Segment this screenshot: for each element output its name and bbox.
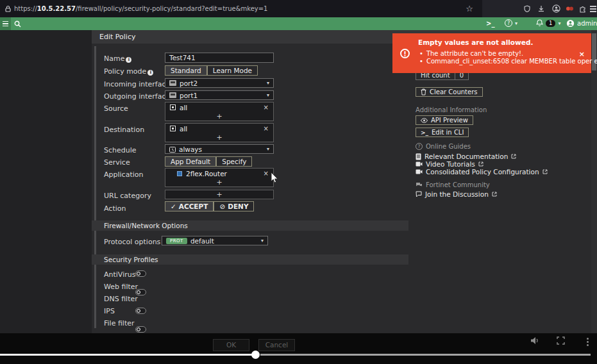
puzzle-extension-icon[interactable] [579, 5, 587, 13]
source-add-button[interactable]: + [165, 112, 273, 121]
destination-add-button[interactable]: + [165, 133, 273, 142]
video-tutorials-link[interactable]: Video Tutorials [416, 160, 483, 168]
video-camera-icon [416, 161, 423, 167]
address-bar[interactable]: https://10.5.22.57/firewall/policy/secur… [0, 0, 482, 17]
chat-bubbles-icon [416, 182, 423, 188]
nav-menu-button[interactable] [0, 17, 11, 30]
antivirus-toggle[interactable] [135, 270, 146, 277]
name-label: Namei [104, 54, 131, 63]
policy-mode-label: Policy modei [104, 67, 153, 76]
service-app-default-button[interactable]: App Default [165, 156, 216, 167]
file-filter-label: File filter [104, 319, 135, 327]
info-icon[interactable]: i [126, 57, 131, 63]
url-category-add-button[interactable]: + [165, 190, 273, 199]
help-icon: ? [505, 19, 512, 27]
schedule-label: Schedule [104, 146, 137, 154]
outgoing-interface-select[interactable]: port1 ▾ [165, 90, 274, 100]
fortinet-community-header: Fortinet Community [416, 181, 490, 188]
remove-entry-icon[interactable]: × [264, 104, 269, 111]
ok-button[interactable]: OK [213, 339, 249, 351]
consolidated-policy-configuration-link[interactable]: Consolidated Policy Configuration [416, 168, 548, 176]
external-link-icon [478, 161, 483, 167]
remove-entry-icon[interactable]: × [264, 170, 269, 177]
external-link-icon [492, 192, 497, 197]
seek-bar-played[interactable] [0, 354, 253, 356]
nav-notifications-menu[interactable]: 1 ▾ [536, 19, 560, 27]
policy-mode-learn-button[interactable]: Learn Mode [207, 65, 258, 76]
page-scrollbar-track[interactable] [591, 30, 597, 333]
nav-help-menu[interactable]: ? ▾ [505, 19, 517, 27]
nav-cli-console-button[interactable]: >_ [486, 20, 494, 27]
antivirus-label: AntiVirus [104, 270, 135, 279]
protocol-options-label: Protocol options [104, 238, 160, 246]
video-camera-icon [416, 169, 423, 174]
join-discussion-link[interactable]: Join the Discussion [416, 190, 497, 198]
policy-mode-standard-button[interactable]: Standard [165, 65, 207, 76]
panel-scrollbar[interactable] [94, 46, 96, 328]
url-text: https://10.5.22.57/firewall/policy/secur… [14, 5, 267, 12]
screen: https://10.5.22.57/firewall/policy/secur… [0, 0, 597, 364]
source-entry[interactable]: all × [165, 103, 273, 112]
footer-bar [0, 333, 597, 364]
outgoing-interface-label: Outgoing interface [104, 92, 170, 101]
incoming-interface-select[interactable]: port2 ▾ [165, 78, 274, 88]
policy-mode-segment: Standard Learn Mode [165, 65, 258, 76]
seek-handle[interactable] [251, 351, 260, 359]
browser-toolbar: https://10.5.22.57/firewall/policy/secur… [0, 0, 597, 17]
protocol-options-select[interactable]: PROT default ▾ [162, 236, 268, 245]
application-add-button[interactable]: + [165, 178, 273, 187]
kebab-menu-icon[interactable] [587, 336, 589, 347]
api-preview-button[interactable]: API Preview [416, 115, 473, 125]
admin-user-icon [566, 19, 575, 28]
service-specify-button[interactable]: Specify [216, 156, 252, 167]
bookmark-star-icon[interactable]: ☆ [466, 4, 473, 13]
destination-box: all × + [165, 123, 274, 142]
source-label: Source [104, 104, 128, 113]
service-segment: App Default Specify [165, 156, 252, 167]
terminal-icon: >_ [421, 129, 428, 136]
account-icon[interactable] [552, 4, 560, 13]
name-input[interactable]: Test741 [165, 53, 274, 63]
info-icon[interactable]: i [147, 70, 153, 76]
extension-red-icon[interactable] [566, 5, 574, 12]
caret-down-icon: ▾ [558, 21, 560, 26]
search-icon[interactable] [14, 21, 21, 28]
ips-toggle[interactable] [135, 326, 146, 333]
action-accept-button[interactable]: ✓ACCEPT [165, 201, 214, 211]
interface-icon [169, 92, 176, 98]
application-entry[interactable]: 2flex.Router × [165, 169, 273, 178]
seek-bar-remaining[interactable] [260, 354, 591, 356]
deny-icon: ⊘ [219, 203, 225, 210]
caret-down-icon: ▾ [515, 21, 517, 26]
edit-in-cli-button[interactable]: >_ Edit in CLI [416, 128, 469, 137]
check-icon: ✓ [171, 203, 176, 210]
volume-icon[interactable] [530, 336, 539, 345]
relevant-documentation-link[interactable]: Relevant Documentation [416, 153, 516, 160]
clear-counters-button[interactable]: Clear Counters [416, 87, 483, 97]
shield-icon[interactable] [523, 5, 531, 13]
fullscreen-icon[interactable] [557, 336, 565, 345]
caret-down-icon: ▾ [267, 146, 269, 152]
schedule-select[interactable]: always ▾ [165, 144, 274, 154]
chat-bubble-icon [416, 191, 422, 197]
caret-down-icon: ▾ [267, 92, 269, 98]
page-scrollbar-thumb[interactable] [592, 33, 596, 70]
section-security-profiles: Security Profiles [92, 254, 408, 265]
toast-close-icon[interactable]: × [579, 50, 585, 58]
service-label: Service [104, 158, 130, 167]
interface-icon [169, 80, 176, 86]
destination-entry[interactable]: all × [165, 124, 273, 133]
download-icon[interactable] [537, 5, 545, 13]
remove-entry-icon[interactable]: × [264, 125, 269, 132]
action-deny-button[interactable]: ⊘DENY [214, 201, 254, 211]
ips-label: IPS [104, 307, 115, 315]
bell-icon [536, 19, 543, 27]
dns-filter-toggle[interactable] [135, 308, 146, 314]
url-category-box: + [165, 190, 274, 199]
web-filter-label: Web filter [104, 283, 138, 291]
browser-menu-icon[interactable] [590, 6, 596, 12]
nav-admin-menu[interactable]: admin ▾ [566, 19, 597, 28]
action-segment: ✓ACCEPT ⊘DENY [165, 201, 254, 211]
cancel-button[interactable]: Cancel [258, 339, 295, 351]
url-category-label: URL category [104, 192, 151, 200]
